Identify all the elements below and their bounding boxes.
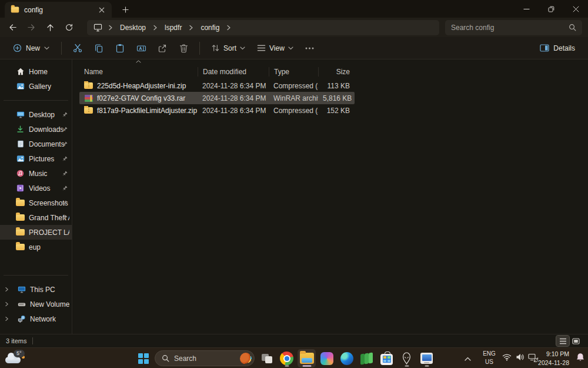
status-bar: 3 items xyxy=(0,334,588,347)
paste-button[interactable] xyxy=(110,39,130,57)
tab-close-icon[interactable] xyxy=(96,5,107,15)
view-button[interactable]: View xyxy=(252,41,299,55)
network-icon xyxy=(17,314,26,323)
sidebar: Home Gallery Desktop xyxy=(0,59,72,334)
pin-icon xyxy=(62,215,68,221)
column-header-name[interactable]: Name xyxy=(79,67,198,77)
chevron-down-icon xyxy=(240,47,245,50)
taskbar: 5° Search xyxy=(0,347,588,368)
sidebar-item-network[interactable]: Network xyxy=(0,311,72,326)
sidebar-item-new-volume[interactable]: New Volume (E:) xyxy=(0,297,72,311)
chevron-right-icon[interactable] xyxy=(5,301,9,307)
clock[interactable]: 9:10 PM 2024-11-28 xyxy=(538,350,569,367)
sidebar-item-music[interactable]: Music xyxy=(0,166,72,181)
taskbar-search[interactable]: Search xyxy=(155,350,255,366)
sidebar-item-desktop[interactable]: Desktop xyxy=(0,107,72,122)
cut-button[interactable] xyxy=(68,39,88,57)
sidebar-item-this-pc[interactable]: This PC xyxy=(0,282,72,297)
back-button[interactable] xyxy=(4,19,21,36)
chevron-down-icon xyxy=(44,47,49,50)
restore-button[interactable] xyxy=(539,0,563,18)
up-button[interactable] xyxy=(41,19,59,36)
downloads-icon xyxy=(16,125,25,134)
sidebar-item-pictures[interactable]: Pictures xyxy=(0,151,72,166)
start-button[interactable] xyxy=(134,349,152,367)
new-tab-button[interactable] xyxy=(118,2,133,16)
search-input[interactable]: Search config xyxy=(445,20,582,35)
edge-taskbar-icon[interactable] xyxy=(338,349,356,367)
file-type: Compressed (zipp… xyxy=(269,82,318,90)
file-explorer-taskbar-icon[interactable] xyxy=(298,349,316,367)
refresh-button[interactable] xyxy=(60,19,78,36)
file-size: 5,816 KB xyxy=(318,94,355,102)
close-button[interactable] xyxy=(563,0,588,18)
chevron-right-icon xyxy=(151,25,160,31)
task-view-button[interactable] xyxy=(258,349,276,367)
command-bar: New Sort xyxy=(0,37,588,59)
sidebar-item-screenshots[interactable]: Screenshots xyxy=(0,195,72,210)
share-button[interactable] xyxy=(152,39,172,57)
blue-window-app-taskbar-icon[interactable] xyxy=(417,349,436,367)
drive-icon xyxy=(17,300,26,309)
this-pc-icon[interactable] xyxy=(91,21,105,34)
more-options-button[interactable] xyxy=(300,39,320,57)
forward-button[interactable] xyxy=(22,19,40,36)
edge-icon xyxy=(340,352,353,365)
details-pane-button[interactable]: Details xyxy=(534,41,581,55)
weather-widget[interactable]: 5° xyxy=(4,350,30,367)
details-view-toggle[interactable] xyxy=(556,336,569,346)
task-view-icon xyxy=(262,354,272,363)
running-indicator xyxy=(425,365,429,367)
volume-icon[interactable] xyxy=(516,353,524,361)
this-pc-icon xyxy=(17,285,26,294)
new-button[interactable]: New xyxy=(7,41,55,55)
tray-show-hidden-icons[interactable] xyxy=(462,353,473,364)
sidebar-item-documents[interactable]: Documents xyxy=(0,137,72,151)
microsoft-store-taskbar-icon[interactable] xyxy=(377,349,396,367)
file-row-selected[interactable]: f027e2-GTAV Config v33.rar 2024-11-28 6:… xyxy=(79,92,355,104)
pin-icon xyxy=(62,141,68,147)
explorer-tab[interactable]: config xyxy=(5,2,112,18)
sidebar-item-home[interactable]: Home xyxy=(0,64,72,79)
sidebar-item-project-lapd[interactable]: PROJECT LAPD xyxy=(0,225,72,240)
file-row[interactable]: f817a9-PackfileLimitAdjuster.zip 2024-11… xyxy=(79,104,355,117)
minimize-button[interactable] xyxy=(514,0,539,18)
chevron-right-icon[interactable] xyxy=(5,287,9,292)
copilot-taskbar-icon[interactable] xyxy=(318,349,336,367)
breadcrumb-item-desktop[interactable]: Desktop xyxy=(116,22,149,33)
column-header-date-modified[interactable]: Date modified xyxy=(198,67,269,77)
notifications-bell-icon[interactable] xyxy=(576,353,584,362)
delete-button[interactable] xyxy=(173,39,193,57)
column-header-type[interactable]: Type xyxy=(269,67,318,77)
sync-device-icon[interactable] xyxy=(528,353,539,362)
sort-button[interactable]: Sort xyxy=(206,41,250,55)
sidebar-item-eup[interactable]: eup xyxy=(0,240,72,254)
folder-icon xyxy=(16,228,25,237)
large-icons-view-toggle[interactable] xyxy=(569,336,582,346)
rename-button[interactable] xyxy=(131,39,151,57)
pin-icon xyxy=(62,185,68,191)
sort-arrows-icon xyxy=(211,44,220,52)
language-indicator[interactable]: ENG US xyxy=(480,350,499,366)
file-row[interactable]: 225d5d-HeapAdjuster-ini.zip 2024-11-28 6… xyxy=(79,79,355,92)
pin-icon xyxy=(62,112,68,118)
wifi-icon[interactable] xyxy=(502,353,512,361)
sidebar-item-videos[interactable]: Videos xyxy=(0,181,72,195)
file-explorer-icon xyxy=(300,353,314,364)
breadcrumb-item-lspdfr[interactable]: lspdfr xyxy=(161,22,185,33)
breadcrumb[interactable]: Desktop lspdfr config xyxy=(87,20,439,35)
chevron-right-icon[interactable] xyxy=(5,316,9,321)
file-type: WinRAR archive xyxy=(269,94,318,102)
sidebar-item-gallery[interactable]: Gallery xyxy=(0,79,72,94)
alienware-taskbar-icon[interactable] xyxy=(397,349,416,367)
pictures-icon xyxy=(16,154,25,163)
breadcrumb-item-config[interactable]: config xyxy=(197,22,223,33)
column-header-size[interactable]: Size xyxy=(318,67,355,77)
sidebar-item-downloads[interactable]: Downloads xyxy=(0,122,72,137)
chevron-right-icon xyxy=(106,25,115,31)
chrome-taskbar-icon[interactable] xyxy=(278,349,296,367)
sidebar-item-grand-theft-auto[interactable]: Grand Theft Aut xyxy=(0,210,72,225)
green-app-taskbar-icon[interactable] xyxy=(358,349,376,367)
winrar-archive-icon xyxy=(84,94,93,102)
copy-button[interactable] xyxy=(89,39,109,57)
